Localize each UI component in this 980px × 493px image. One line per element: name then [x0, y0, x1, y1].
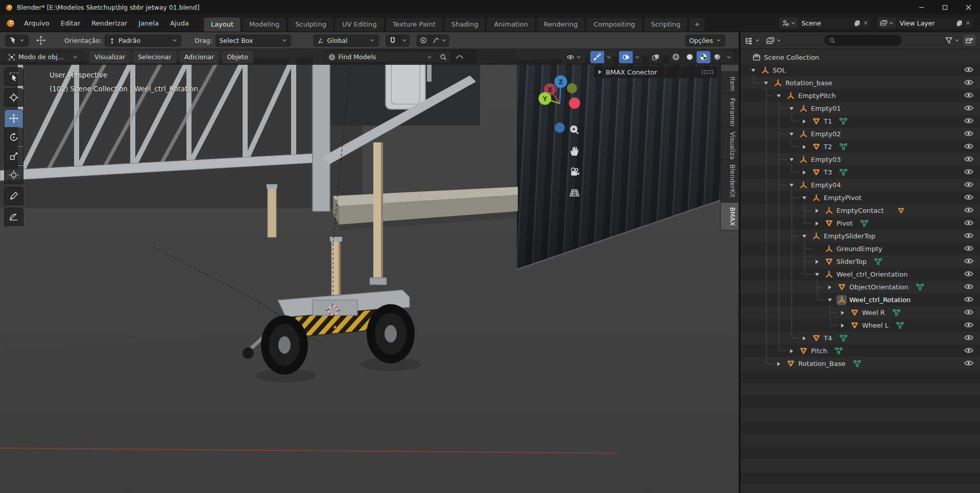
outliner-row-wheel-l[interactable]: Wheel L — [740, 319, 980, 332]
viewport-menu-visualizar[interactable]: Visualizar — [89, 51, 130, 63]
hide-in-viewport-toggle[interactable] — [964, 66, 974, 74]
tool-cursor[interactable] — [4, 88, 23, 107]
hide-in-viewport-toggle[interactable] — [964, 283, 974, 291]
outliner-row-empty02[interactable]: Empty02 — [740, 128, 980, 140]
proportional-falloff-dropdown[interactable] — [430, 35, 449, 46]
outliner-row-emptyslidertop[interactable]: EmptySliderTop — [740, 230, 980, 242]
workspace-tab-sculpting[interactable]: Sculpting — [288, 17, 334, 32]
shading-wireframe-button[interactable] — [669, 51, 683, 63]
outliner-row-pitch[interactable]: Pitch — [740, 344, 980, 357]
expand-down-icon[interactable] — [749, 66, 757, 75]
outliner-row-greundempty[interactable]: GreundEmpty — [740, 242, 980, 255]
blenderkit-search-button[interactable] — [436, 51, 451, 63]
hide-in-viewport-toggle[interactable] — [964, 232, 974, 240]
sidebar-tab-blenderkit[interactable]: BlenderKit — [720, 159, 738, 203]
expand-down-icon[interactable] — [787, 105, 796, 113]
outliner-row-rotation-base[interactable]: Rotation_base — [740, 77, 980, 89]
shading-solid-button[interactable] — [683, 51, 697, 63]
hide-in-viewport-toggle[interactable] — [964, 104, 974, 112]
workspace-tab-layout[interactable]: Layout — [203, 17, 241, 32]
expand-right-icon[interactable] — [800, 168, 808, 177]
hide-in-viewport-toggle[interactable] — [964, 142, 974, 151]
drag-mode-dropdown[interactable]: Select Box — [216, 35, 291, 46]
outliner-row-t4[interactable]: T4 — [740, 332, 980, 344]
workspace-tab-texture-paint[interactable]: Texture Paint — [385, 17, 443, 32]
workspace-tab-rendering[interactable]: Rendering — [536, 17, 585, 32]
orientation-dropdown[interactable]: Padrão — [105, 35, 181, 46]
outliner-row-t1[interactable]: T1 — [740, 115, 980, 128]
workspace-tab-animation[interactable]: Animation — [486, 17, 535, 32]
overlays-toggle[interactable] — [619, 51, 633, 63]
hide-in-viewport-toggle[interactable] — [964, 168, 974, 176]
expand-down-icon[interactable] — [800, 194, 808, 202]
viewport-menu-selecionar[interactable]: Selecionar — [133, 51, 177, 63]
menu-renderizar[interactable]: Renderizar — [86, 17, 132, 30]
outliner-row-emptypivot[interactable]: EmptyPivot — [740, 191, 980, 204]
hide-in-viewport-toggle[interactable] — [964, 308, 974, 316]
tool-move[interactable] — [4, 109, 23, 128]
pan-hand-icon[interactable] — [568, 144, 581, 158]
expand-right-icon[interactable] — [826, 283, 834, 291]
outliner-row-sol[interactable]: SOL — [740, 64, 980, 77]
expand-right-icon[interactable] — [813, 219, 821, 228]
menu-editar[interactable]: Editar — [56, 17, 86, 30]
maximize-button[interactable] — [933, 0, 957, 15]
expand-right-icon[interactable] — [800, 143, 808, 151]
expand-right-icon[interactable] — [813, 258, 821, 266]
proportional-edit-toggle[interactable] — [417, 35, 430, 46]
grid-view-icon[interactable] — [568, 186, 581, 200]
outliner-row-slidertop[interactable]: SliderTop — [740, 255, 980, 268]
menu-janela[interactable]: Janela — [133, 17, 164, 30]
snap-options-dropdown[interactable] — [399, 35, 410, 46]
hide-in-viewport-toggle[interactable] — [964, 295, 974, 304]
expand-down-icon[interactable] — [787, 156, 796, 164]
tool-measure[interactable] — [4, 208, 23, 226]
view-layer-browse-button[interactable] — [877, 17, 897, 29]
blender-menu-logo-icon[interactable] — [5, 18, 15, 28]
blenderkit-asset-type-dropdown[interactable]: Find Models — [324, 51, 436, 63]
options-dropdown[interactable]: Opções — [685, 35, 726, 46]
sidebar-tab-bmax[interactable]: BMAX — [720, 202, 738, 231]
workspace-tab-modeling[interactable]: Modeling — [242, 17, 287, 32]
display-mode-dropdown[interactable] — [766, 36, 781, 45]
tool-scale[interactable] — [4, 147, 23, 165]
outliner-row-empty01[interactable]: Empty01 — [740, 102, 980, 115]
tool-select-box[interactable] — [4, 67, 23, 86]
scene-browse-button[interactable] — [779, 17, 799, 29]
outliner-row-rotation-base[interactable]: Rotation_Base — [740, 357, 980, 370]
view-layer-remove-button[interactable]: ✕ — [966, 20, 970, 27]
hide-in-viewport-toggle[interactable] — [964, 334, 974, 342]
scene-name-field[interactable]: Scene — [802, 19, 851, 27]
view-layer-new-copy-button[interactable] — [956, 20, 963, 27]
outliner-row-t3[interactable]: T3 — [740, 166, 980, 179]
gizmos-toggle[interactable] — [590, 51, 604, 63]
expand-right-icon[interactable] — [839, 322, 847, 330]
expand-right-icon[interactable] — [787, 347, 796, 355]
expand-right-icon[interactable] — [775, 360, 783, 368]
hide-in-viewport-toggle[interactable] — [964, 270, 974, 278]
blenderkit-filter-icon[interactable] — [456, 54, 464, 60]
hide-in-viewport-toggle[interactable] — [964, 193, 974, 202]
expand-right-icon[interactable] — [800, 334, 808, 342]
expand-right-icon[interactable] — [839, 309, 847, 317]
outliner-row-emptypitch[interactable]: EmptyPitch — [740, 89, 980, 102]
overlays-dropdown[interactable] — [633, 51, 642, 63]
snap-toggle-button[interactable] — [386, 35, 399, 46]
outliner-row-objectorientation[interactable]: ObjectOrientation — [740, 281, 980, 293]
gizmos-dropdown[interactable] — [604, 51, 613, 63]
hide-in-viewport-toggle[interactable] — [964, 206, 974, 214]
expand-down-icon[interactable] — [813, 270, 821, 279]
expand-down-icon[interactable] — [800, 232, 808, 240]
filter-dropdown[interactable] — [945, 36, 960, 44]
outliner-row-weel-ctrl-rotation[interactable]: Weel_ctrl_Rotation — [740, 293, 980, 306]
outliner-row-scene-collection[interactable]: Scene Collection — [740, 51, 980, 64]
hide-in-viewport-toggle[interactable] — [964, 359, 974, 367]
expand-down-icon[interactable] — [787, 181, 796, 189]
hide-in-viewport-toggle[interactable] — [964, 181, 974, 189]
hide-in-viewport-toggle[interactable] — [964, 257, 974, 265]
outliner-row-weel-ctrl-orientation[interactable]: Weel_ctrl_Orientation — [740, 268, 980, 281]
hide-in-viewport-toggle[interactable] — [964, 117, 974, 125]
viewport-menu-adicionar[interactable]: Adicionar — [179, 51, 219, 63]
tool-rotate[interactable] — [4, 128, 23, 146]
hide-in-viewport-toggle[interactable] — [964, 321, 974, 329]
